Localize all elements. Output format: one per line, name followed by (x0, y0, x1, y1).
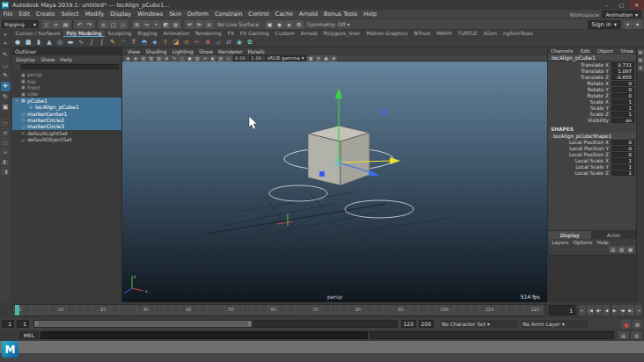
channel-value-field[interactable]: 0 (611, 81, 634, 86)
shelf-boolean-icon[interactable]: ◓ (140, 38, 150, 47)
selected-object-name[interactable]: locAlign_pCube1 (548, 54, 636, 62)
menu-item[interactable]: Arnold (296, 11, 321, 18)
menu-item[interactable]: Select (58, 11, 82, 18)
layer-editor-tab[interactable]: Anim (592, 231, 636, 239)
anim-layer-dropdown[interactable]: No Anim Layer ▾ (521, 320, 588, 328)
minimize-button[interactable]: – (599, 0, 614, 10)
shelf-tab[interactable]: Poly Modeling (63, 30, 105, 37)
shadows-icon[interactable]: ◐ (209, 55, 216, 62)
open-render-view-icon[interactable]: ▣ (266, 20, 274, 29)
shelf-cone-icon[interactable]: ▲ (45, 38, 55, 47)
live-surface-label[interactable]: No Live Surface (217, 21, 259, 27)
outliner-item[interactable]: ○ markerCircle2 (12, 117, 121, 123)
Visibility[interactable]: Visibility on (548, 117, 636, 123)
Local Scale Y[interactable]: Local Scale Y 1 (548, 163, 636, 170)
command-language-toggle[interactable]: MEL (19, 331, 39, 339)
channel-box-menu-item[interactable]: Object (597, 48, 613, 54)
channel-value-field[interactable]: 1 (611, 99, 634, 105)
Translate X[interactable]: Translate X 0.731 (548, 62, 636, 68)
shelf-tab[interactable]: FX (224, 30, 237, 37)
channel-value-field[interactable]: 1 (611, 164, 634, 170)
content-browser-button[interactable]: ▧ (631, 331, 642, 339)
sign-in-button[interactable]: Sign in ▾ (588, 20, 621, 29)
status-icon[interactable] (96, 20, 97, 29)
shelf-bridge-icon[interactable]: ∩ (182, 38, 192, 47)
menu-item[interactable]: Modify (82, 11, 107, 18)
shelf-tab[interactable]: TURTLE (455, 30, 480, 37)
ambient-occlusion-icon[interactable]: ◍ (217, 55, 224, 62)
shelf-tab[interactable]: Animation (160, 30, 193, 37)
layer-editor-menu-item[interactable]: Layers (552, 240, 568, 245)
shelf-cv-curve-icon[interactable]: ∫ (87, 38, 97, 47)
menu-item[interactable]: Windows (135, 11, 166, 18)
Local Scale Z[interactable]: Local Scale Z 1 (548, 170, 636, 176)
lasso-select-tool[interactable]: ◡ (1, 61, 11, 70)
range-slider-track[interactable] (33, 320, 398, 328)
Translate Y[interactable]: Translate Y 1.097 (548, 68, 636, 74)
menu-item[interactable]: Create (33, 11, 58, 18)
ipr-render-icon[interactable]: ◈ (285, 20, 294, 29)
shelf-tab[interactable]: Polygons_User (320, 30, 363, 37)
viewport-canvas[interactable]: x y z persp 514 fps (122, 62, 547, 302)
script-editor-button[interactable]: ▤ (618, 331, 629, 339)
channel-value-field[interactable]: 1 (611, 112, 634, 117)
create-empty-layer-icon[interactable]: ▤ (609, 246, 617, 253)
shelf-sculpt-icon[interactable]: ✿ (245, 38, 255, 47)
animation-end-field[interactable]: 200 (419, 320, 434, 328)
outliner-item[interactable]: ▾ ▦ pCube1 (12, 98, 121, 104)
viewport-menu-item[interactable]: View (125, 48, 143, 54)
Local Scale X[interactable]: Local Scale X 1 (548, 157, 636, 163)
layer-editor-menu-item[interactable]: Help (597, 240, 609, 245)
snap-to-plane-icon[interactable]: ◩ (162, 20, 171, 29)
channel-value-field[interactable]: 1 (611, 158, 634, 163)
open-scene-icon[interactable]: ▱ (52, 20, 61, 29)
shelf-mirror-icon[interactable]: ⇄ (224, 38, 234, 47)
tool-settings-toggle-icon[interactable]: ⚙ (638, 65, 644, 71)
shelf-tab[interactable]: Sculpting (105, 30, 135, 37)
menu-item[interactable]: Control (245, 11, 273, 18)
output-connections-icon[interactable]: ≫ (195, 20, 204, 29)
outliner-item[interactable]: ▣ side (12, 90, 121, 97)
multisample-icon[interactable]: ▩ (307, 55, 314, 62)
shelf-tab[interactable]: Rigging (135, 30, 160, 37)
Scale Y[interactable]: Scale Y 1 (548, 105, 636, 111)
lights-icon[interactable]: ☀ (201, 55, 209, 62)
Local Position X[interactable]: Local Position X 0 (548, 139, 636, 145)
scale-tool[interactable]: ▣ (1, 103, 11, 112)
Translate Z[interactable]: Translate Z -0.655 (548, 74, 636, 80)
shelf-tab[interactable]: Bifrost (411, 30, 434, 37)
shaded-icon[interactable]: ◼ (187, 55, 194, 62)
Rotate X[interactable]: Rotate X 0 (548, 80, 636, 86)
shelf-extrude-icon[interactable]: ⇧ (161, 38, 171, 47)
notification-icon[interactable]: ▾ (633, 20, 642, 29)
shelf-sphere-icon[interactable]: ● (13, 38, 23, 47)
marker-circle-left[interactable] (269, 185, 327, 201)
channel-value-field[interactable]: 0.731 (611, 62, 634, 68)
redo-icon[interactable]: ↷ (85, 20, 94, 29)
shelf-combine-icon[interactable]: ◈ (150, 38, 160, 47)
select-component-icon[interactable]: ◇ (119, 20, 128, 29)
shelf-quad-draw-icon[interactable]: ▱ (214, 38, 223, 47)
channel-box-menu-item[interactable]: Channels (551, 48, 573, 54)
animation-start-field[interactable]: 1 (2, 320, 14, 328)
construction-history-icon[interactable]: ≡ (205, 20, 214, 29)
shelf-tab[interactable]: Motion Graphics (363, 30, 411, 37)
go-to-end-button[interactable]: ⇥ (635, 305, 642, 315)
shelf-tab[interactable]: Curves / Surfaces (12, 30, 63, 37)
plugin-shapes-icon[interactable]: ✚ (330, 55, 337, 62)
rotate-tool[interactable]: ↻ (1, 92, 11, 102)
shelf-ep-curve-icon[interactable]: ʃ (98, 38, 107, 47)
viewport-menu-item[interactable]: Show (196, 48, 216, 54)
shelf-plane-icon[interactable]: ▬ (66, 38, 76, 47)
shelf-edit-icon[interactable]: ≡ (4, 40, 7, 46)
snap-to-grid-icon[interactable]: ⊞ (133, 20, 142, 29)
outliner-item[interactable]: ▣ front (12, 84, 121, 90)
shelf-cube-icon[interactable]: ■ (24, 38, 33, 47)
locator-handle[interactable] (319, 171, 325, 177)
shelf-tab[interactable]: ngSkinTools (500, 30, 536, 37)
layer-list[interactable] (549, 255, 635, 301)
playback-end-field[interactable]: 120 (401, 320, 416, 328)
outliner-menu-item[interactable]: Show (40, 56, 55, 62)
shelf-smooth-icon[interactable]: ◉ (235, 38, 245, 47)
channel-value-field[interactable]: on (611, 118, 634, 123)
